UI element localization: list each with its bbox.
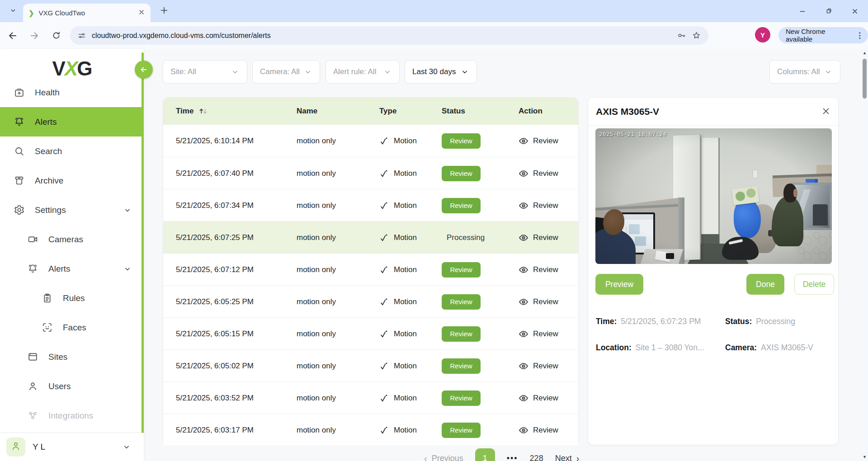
done-button[interactable]: Done [746,274,784,295]
sidebar-scrollbar[interactable] [142,52,144,433]
sidebar-logo-area: VXG [0,49,144,89]
alert-review-action[interactable]: Review [519,286,558,318]
chevron-down-icon[interactable] [123,206,132,215]
delete-button[interactable]: Delete [794,274,834,295]
tab-title: VXG CloudTwo [39,9,133,17]
sidebar-item-sites[interactable]: Sites [0,342,144,372]
sites-icon [27,351,38,362]
alert-row[interactable]: 5/21/2025, 6:05:02 PMmotion onlyMotionRe… [163,349,578,381]
status-badge[interactable]: Review [442,326,481,342]
status-badge[interactable]: Review [442,390,481,406]
column-header-time[interactable]: Time [176,98,209,125]
status-badge[interactable]: Review [442,166,481,181]
filter-camera[interactable]: Camera: All [252,60,320,84]
pagination-current-page[interactable]: 1 [475,448,495,461]
chevron-down-icon[interactable] [123,264,132,273]
window-close-button[interactable] [842,0,868,22]
camera-title: AXIS M3065-V [596,106,659,117]
sidebar-item-settings[interactable]: Settings [0,195,144,225]
alert-review-action[interactable]: Review [519,414,558,446]
column-header-name: Name [297,98,317,125]
browser-scrollbar[interactable]: ▲ ▼ [861,49,868,461]
back-button[interactable] [4,27,22,45]
window-restore-button[interactable] [816,0,842,22]
user-avatar [6,437,25,456]
alert-type: Motion [379,382,417,414]
status-badge[interactable]: Review [442,423,481,438]
password-key-icon[interactable] [677,31,686,40]
alert-review-action[interactable]: Review [519,350,558,382]
sidebar-item-label: Users [48,381,71,391]
scrollbar-thumb[interactable] [863,59,867,99]
tab-search-button[interactable] [5,4,21,19]
pagination-previous-button[interactable]: ‹ Previous [424,453,463,461]
alert-row[interactable]: 5/21/2025, 6:10:14 PMmotion onlyMotionRe… [163,125,578,157]
browser-menu-icon[interactable]: ⋮ [856,31,863,40]
motion-icon [379,425,389,435]
column-header-status: Status [442,98,465,125]
tune-icon[interactable] [77,31,86,40]
pagination: ‹ Previous 1 ••• 228 Next › [424,448,579,461]
sidebar-item-search[interactable]: Search [0,136,144,166]
chevron-down-icon[interactable] [122,442,131,452]
sidebar-item-users[interactable]: Users [0,372,144,401]
alert-row[interactable]: 5/21/2025, 6:07:40 PMmotion onlyMotionRe… [163,157,578,189]
camera-snapshot[interactable]: 2025-05-21 18:07:24 [595,128,832,264]
status-badge[interactable]: Review [442,198,481,213]
alert-type: Motion [379,125,417,157]
status-badge[interactable]: Review [442,294,481,310]
status-badge[interactable]: Review [442,262,481,278]
scroll-up-icon[interactable]: ▲ [862,51,868,55]
sidebar-item-alerts[interactable]: Alerts [0,107,144,136]
alert-review-action[interactable]: Review [519,189,558,221]
profile-avatar[interactable]: Y [755,27,770,42]
forward-button[interactable] [25,27,43,45]
sidebar-item-archive[interactable]: Archive [0,166,144,195]
alert-review-action[interactable]: Review [519,221,558,254]
alert-review-action[interactable]: Review [519,157,558,189]
reload-button[interactable] [47,27,65,45]
browser-tab[interactable]: ❯ VXG CloudTwo [23,4,151,22]
status-badge[interactable]: Review [442,133,481,149]
alert-review-action[interactable]: Review [519,125,558,157]
pagination-last-page-button[interactable]: 228 [530,454,543,461]
alert-row[interactable]: 5/21/2025, 6:03:17 PMmotion onlyMotionRe… [163,414,578,446]
columns-dropdown[interactable]: Columns: All [769,60,840,84]
alert-row[interactable]: 5/21/2025, 6:07:34 PMmotion onlyMotionRe… [163,189,578,221]
alert-row[interactable]: 5/21/2025, 6:07:25 PMmotion onlyMotionPr… [163,221,578,253]
sidebar-collapse-button[interactable] [135,61,153,79]
alert-review-action[interactable]: Review [519,254,558,286]
sidebar-item-rules[interactable]: Rules [0,283,144,313]
alert-row[interactable]: 5/21/2025, 6:05:15 PMmotion onlyMotionRe… [163,317,578,349]
sidebar-user[interactable]: Y L [0,433,144,461]
alert-review-action[interactable]: Review [519,382,558,414]
clipboard-icon [42,292,53,304]
column-header-action: Action [519,98,542,125]
sidebar-item-alerts[interactable]: Alerts [0,254,144,283]
filter-alert-rule[interactable]: Alert rule: All [326,60,400,84]
new-chrome-available-button[interactable]: New Chrome available ⋮ [778,27,868,43]
app-viewport: HealthAlertsSearchArchiveSettingsCameras… [0,49,868,461]
close-icon[interactable] [821,106,831,116]
address-bar[interactable]: cloudtwo-prod.vxgdemo.cloud-vms.com/cust… [70,26,708,45]
status-badge[interactable]: Review [442,358,481,374]
filter-date-range[interactable]: Last 30 days [405,60,477,84]
sidebar-item-cameras[interactable]: Cameras [0,225,144,254]
alert-row[interactable]: 5/21/2025, 6:05:25 PMmotion onlyMotionRe… [163,285,578,317]
alert-row[interactable]: 5/21/2025, 6:03:52 PMmotion onlyMotionRe… [163,381,578,414]
filter-site[interactable]: Site: All [163,60,247,84]
pagination-next-button[interactable]: Next › [555,453,580,461]
bookmark-star-icon[interactable] [692,31,701,40]
chevron-right-icon: › [576,453,580,461]
sidebar-item-faces[interactable]: Faces [0,313,144,342]
alert-row[interactable]: 5/21/2025, 6:07:12 PMmotion onlyMotionRe… [163,253,578,285]
sidebar-item-label: Search [35,146,62,156]
preview-button[interactable]: Preview [595,274,643,295]
scroll-down-icon[interactable]: ▼ [862,455,868,459]
alert-review-action[interactable]: Review [519,318,558,350]
window-minimize-button[interactable] [789,0,816,22]
sort-icon[interactable] [197,106,209,116]
new-tab-button[interactable] [159,5,169,17]
alert-type: Motion [379,189,417,221]
tab-close-icon[interactable] [138,9,145,18]
